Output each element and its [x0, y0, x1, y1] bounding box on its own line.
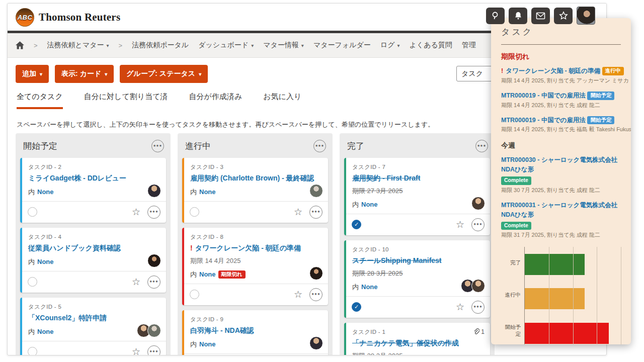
status-bar-chart: 完了 進行中 開始予定 0 2 4 6 8 [501, 247, 621, 344]
panel-task-item: MTR000019 - 中国での雇用法 開始予定 期限 14 4月 2025, … [501, 91, 621, 109]
thomson-reuters-logo[interactable]: ABC Thomson Reuters [16, 8, 120, 27]
matter-link[interactable]: None [199, 270, 216, 278]
home-icon[interactable] [16, 41, 24, 49]
add-button[interactable]: 追加▾ [16, 65, 49, 83]
complete-checkbox[interactable] [190, 207, 199, 217]
task-card-done[interactable]: 1 タスクID - 1 「ナニカケテ電気」催促状の作成 期限 28 3月 202… [344, 323, 490, 355]
task-id: タスクID - 10 [352, 246, 484, 253]
panel-task-link[interactable]: MTR000019 - 中国での雇用法 開始予定 [501, 116, 621, 125]
abc-logo-icon: ABC [16, 8, 34, 27]
task-card[interactable]: タスクID - 9 白羽海斗 - NDA確認 内None ☆ ●●● [182, 310, 328, 355]
panel-task-link[interactable]: !タワークレーン欠陥 - 朝廷の準備 進行中 [501, 66, 621, 76]
card-menu-button[interactable]: ●●● [471, 301, 485, 314]
tab-assigned-to-me[interactable]: 自分に対して割り当て済 [84, 92, 168, 109]
task-card[interactable]: タスクID - 2 ミライGadget株 - DDレビュー 内None ☆ ●●… [20, 158, 166, 223]
task-card[interactable]: タスクID - 3 雇用契約 (Charlotte Brown) - 最終確認 … [182, 158, 328, 223]
task-title-link[interactable]: 雇用契約 (Charlotte Brown) - 最終確認 [190, 173, 322, 183]
card-menu-button[interactable]: ●●● [147, 345, 160, 355]
favorite-star-icon[interactable]: ☆ [294, 290, 302, 299]
complete-checkbox-checked[interactable]: ✓ [352, 220, 361, 229]
task-title-link[interactable]: ミライGadget株 - DDレビュー [28, 173, 160, 183]
panel-task-link[interactable]: MTR000019 - 中国での雇用法 開始予定 [501, 91, 621, 101]
task-title-link[interactable]: 雇用契約 - First Draft [352, 173, 484, 183]
due-date: 期限 28 3月 2025 [352, 351, 484, 355]
nav-item-matter-folder[interactable]: マターフォルダー [313, 41, 371, 50]
matter-link[interactable]: None [37, 258, 54, 265]
matter-link[interactable]: None [37, 328, 54, 335]
assignee-avatar [147, 184, 161, 198]
column-done: 完了 ●●● タスクID - 7 雇用契約 - First Draft 期限 2… [340, 133, 495, 355]
chart-bar-in-progress [525, 288, 585, 309]
column-menu-button[interactable]: ●●● [313, 140, 326, 152]
favorite-star-icon[interactable]: ☆ [132, 347, 140, 355]
nav-item-faq[interactable]: よくある質問 [410, 41, 452, 50]
matter-label: 内 [190, 188, 197, 197]
tab-created-by-me[interactable]: 自分が作成済み [189, 92, 243, 109]
mail-icon[interactable] [531, 8, 550, 24]
task-card-done[interactable]: タスクID - 10 スチールShipping Manifest 期限 28 3… [344, 240, 490, 318]
nav-item-legal-requests-matters[interactable]: 法務依頼とマター▾ [47, 41, 109, 50]
card-menu-button[interactable]: ●●● [309, 288, 323, 301]
favorite-star-icon[interactable]: ☆ [456, 302, 464, 312]
task-tabs: 全てのタスク 自分に対して割り当て済 自分が作成済み お気に入り [17, 92, 301, 109]
card-menu-button[interactable]: ●●● [309, 206, 323, 219]
paperclip-icon [473, 328, 479, 335]
chart-plot-area [524, 247, 621, 344]
matter-link[interactable]: None [37, 188, 54, 196]
favorites-star-icon[interactable] [554, 8, 573, 24]
search-icon[interactable] [486, 8, 505, 24]
favorite-star-icon[interactable]: ☆ [132, 207, 140, 217]
card-menu-button[interactable]: ●●● [147, 276, 160, 289]
task-title-link[interactable]: スチールShipping Manifest [352, 256, 484, 265]
column-menu-button[interactable]: ●●● [475, 140, 488, 152]
complete-checkbox[interactable] [28, 207, 37, 217]
matter-link[interactable]: None [361, 201, 378, 208]
matter-link[interactable]: None [199, 188, 216, 196]
nav-item-log[interactable]: ログ▾ [380, 41, 400, 50]
urgent-icon: ! [190, 244, 193, 252]
chevron-down-icon: ▾ [251, 43, 254, 48]
group-status-button[interactable]: グループ: ステータス▾ [120, 65, 208, 83]
task-id: タスクID - 1 [352, 328, 484, 336]
task-card[interactable]: タスクID - 4 従業員ハンドブック資料確認 内None ☆ ●●● [20, 228, 166, 293]
card-menu-button[interactable]: ●●● [471, 218, 485, 231]
tab-favorites[interactable]: お気に入り [263, 92, 301, 109]
complete-checkbox[interactable] [28, 347, 37, 355]
favorite-star-icon[interactable]: ☆ [132, 277, 140, 287]
column-title: 完了 [347, 140, 364, 152]
view-card-button[interactable]: 表示: カード▾ [55, 65, 114, 83]
task-title-link[interactable]: !タワークレーン欠陥 - 朝廷の準備 [190, 243, 322, 253]
column-menu-button[interactable]: ●●● [151, 140, 164, 152]
user-avatar[interactable] [577, 7, 595, 25]
task-id: タスクID - 8 [190, 233, 322, 241]
task-title-link[interactable]: 「ナニカケテ電気」催促状の作成 [352, 338, 484, 348]
favorite-star-icon[interactable]: ☆ [294, 207, 302, 217]
tab-all-tasks[interactable]: 全てのタスク [17, 92, 63, 109]
task-card-overdue[interactable]: タスクID - 8 !タワークレーン欠陥 - 朝廷の準備 期限 14 4月 20… [182, 228, 328, 305]
status-badge: Complete [501, 222, 531, 230]
nav-item-legal-request-portal[interactable]: 法務依頼ポータル [132, 41, 189, 50]
assignee-avatar [147, 254, 161, 267]
matter-link[interactable]: None [199, 340, 216, 348]
panel-task-link[interactable]: MTR000031 - シャーロック電気株式会社NDAひな形 [501, 201, 621, 220]
nav-item-admin[interactable]: 管理 [462, 41, 476, 50]
notifications-bell-icon[interactable] [509, 8, 527, 24]
favorite-star-icon[interactable]: ☆ [456, 220, 464, 229]
nav-item-dashboard[interactable]: ダッシュボード▾ [198, 41, 254, 50]
matter-link[interactable]: None [361, 283, 378, 291]
task-title-link[interactable]: 「XCounsel2」特許申請 [28, 313, 160, 323]
task-title-link[interactable]: 従業員ハンドブック資料確認 [28, 243, 160, 253]
chart-category-label: 完了 [501, 259, 521, 266]
section-heading-overdue: 期限切れ [501, 52, 621, 61]
complete-checkbox[interactable] [190, 290, 199, 299]
task-card-done[interactable]: タスクID - 7 雇用契約 - First Draft 期限 27 3月 20… [344, 158, 490, 235]
task-id: タスクID - 2 [28, 163, 160, 171]
panel-divider [501, 44, 621, 45]
task-card[interactable]: タスクID - 5 「XCounsel2」特許申請 内None ☆ ●●● [20, 298, 166, 355]
task-title-link[interactable]: 白羽海斗 - NDA確認 [190, 326, 322, 335]
panel-task-link[interactable]: MTR000030 - シャーロック電気株式会社NDAひな形 [501, 155, 621, 174]
card-menu-button[interactable]: ●●● [147, 206, 160, 219]
complete-checkbox-checked[interactable]: ✓ [352, 302, 361, 312]
nav-item-matter-info[interactable]: マター情報▾ [263, 41, 304, 50]
complete-checkbox[interactable] [28, 277, 37, 287]
